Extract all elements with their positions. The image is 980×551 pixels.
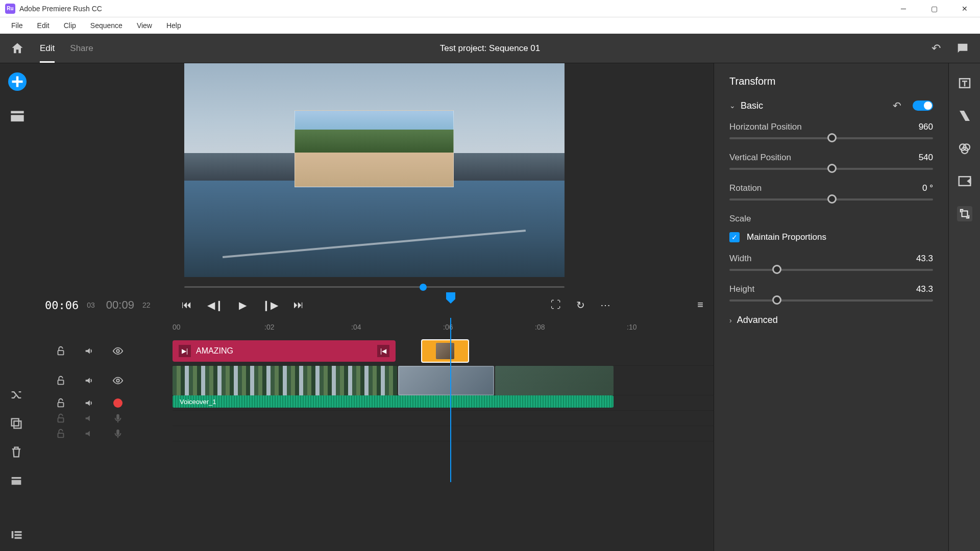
close-button[interactable]: ✕	[949, 0, 980, 17]
title-clip[interactable]: ▶| AMAZING |◀	[173, 340, 396, 362]
shuffle-icon[interactable]	[9, 388, 23, 402]
ruler-tick: :08	[535, 323, 545, 331]
height-slider[interactable]	[729, 299, 933, 302]
goto-end-button[interactable]: ⏭	[293, 299, 304, 311]
width-slider[interactable]	[729, 269, 933, 271]
rotation-value[interactable]: 0 °	[922, 183, 933, 193]
width-value[interactable]: 43.3	[916, 254, 933, 264]
tab-share[interactable]: Share	[70, 35, 93, 62]
more-options-button[interactable]: ⋯	[600, 299, 610, 311]
delete-icon[interactable]	[9, 445, 23, 459]
loop-button[interactable]: ↻	[576, 299, 585, 311]
svg-rect-17	[14, 421, 21, 428]
svg-point-3	[116, 349, 119, 353]
duplicate-icon[interactable]	[9, 416, 23, 431]
ruler-tick: :10	[627, 323, 636, 331]
mute-track-icon[interactable]	[84, 428, 95, 439]
project-title: Test project: Sequence 01	[440, 43, 541, 54]
menu-edit[interactable]: Edit	[30, 18, 57, 33]
lock-track-icon[interactable]	[55, 345, 66, 357]
svg-rect-0	[11, 111, 23, 114]
ruler-tick: :04	[351, 323, 361, 331]
ruler-tick: :02	[264, 323, 274, 331]
visibility-track-icon[interactable]	[112, 345, 124, 357]
advanced-section-header[interactable]: › Advanced	[729, 315, 933, 325]
menu-help[interactable]: Help	[159, 18, 188, 33]
menu-sequence[interactable]: Sequence	[83, 18, 130, 33]
transport-bar: 00:06 03 00:09 22 ⏮ ◀❙ ▶ ❙▶ ⏭ ⛶ ↻ ⋯	[35, 292, 714, 318]
selected-pip-clip[interactable]	[421, 339, 469, 363]
tab-edit[interactable]: Edit	[40, 35, 55, 62]
panel-title: Transform	[729, 76, 933, 87]
minimize-button[interactable]: ─	[888, 0, 919, 17]
feedback-button[interactable]	[955, 41, 970, 56]
ruler-tick: 00	[173, 323, 181, 331]
menu-file[interactable]: File	[4, 18, 30, 33]
preview-scrubber[interactable]	[184, 282, 565, 292]
svg-rect-23	[15, 534, 22, 536]
svg-rect-9	[58, 433, 64, 437]
transform-tool-icon[interactable]	[957, 206, 972, 221]
mute-track-icon[interactable]	[84, 375, 95, 386]
control-track-view-icon[interactable]	[9, 528, 23, 542]
undo-button[interactable]: ↶	[929, 41, 943, 56]
mute-track-icon[interactable]	[84, 345, 95, 357]
scale-subsection-label: Scale	[729, 214, 933, 224]
play-button[interactable]: ▶	[239, 299, 247, 311]
voiceover-clip[interactable]: Voiceover_1	[173, 395, 614, 408]
vpos-value[interactable]: 540	[919, 153, 933, 163]
expand-tracks-icon[interactable]	[9, 473, 23, 488]
advanced-section-title: Advanced	[737, 315, 933, 325]
step-forward-button[interactable]: ❙▶	[262, 299, 278, 311]
basic-toggle[interactable]	[913, 101, 933, 111]
width-label: Width	[729, 254, 751, 264]
lock-track-icon[interactable]	[55, 397, 66, 409]
rotation-label: Rotation	[729, 183, 762, 193]
timeline-ruler[interactable]: 00 :02 :04 :06 :08 :10	[35, 318, 714, 336]
preview-monitor[interactable]	[184, 63, 565, 277]
voiceover-label: Voiceover_1	[180, 398, 216, 406]
video-clip-1[interactable]	[173, 366, 397, 395]
basic-section-header[interactable]: ⌄ Basic ↶	[729, 99, 933, 112]
title-out-icon: |◀	[377, 345, 389, 357]
track-row-video	[173, 366, 714, 395]
timeline-tracks[interactable]: ▶| AMAZING |◀	[173, 336, 714, 441]
maximize-button[interactable]: ▢	[919, 0, 949, 17]
fullscreen-button[interactable]: ⛶	[551, 299, 561, 311]
goto-start-button[interactable]: ⏮	[182, 299, 192, 311]
mute-track-icon[interactable]	[84, 397, 95, 409]
step-back-button[interactable]: ◀❙	[207, 299, 224, 311]
mic-icon[interactable]	[112, 428, 124, 439]
lock-track-icon[interactable]	[55, 413, 66, 424]
video-clip-3[interactable]	[495, 366, 614, 395]
chevron-down-icon: ⌄	[729, 102, 736, 110]
record-button[interactable]	[112, 397, 124, 409]
video-clip-2[interactable]	[398, 366, 494, 395]
height-value[interactable]: 43.3	[916, 284, 933, 294]
picture-in-picture-overlay	[295, 110, 454, 187]
transitions-tool-icon[interactable]	[957, 108, 972, 123]
add-media-button[interactable]	[8, 72, 27, 91]
visibility-track-icon[interactable]	[112, 375, 124, 386]
audio-tool-icon[interactable]	[957, 173, 972, 189]
menu-view[interactable]: View	[130, 18, 159, 33]
app-topbar: Edit Share Test project: Sequence 01 ↶	[0, 34, 980, 63]
home-button[interactable]	[10, 41, 24, 56]
color-tool-icon[interactable]	[957, 141, 972, 156]
hpos-value[interactable]: 960	[919, 122, 933, 132]
maintain-proportions-checkbox[interactable]: ✓	[729, 232, 740, 242]
rotation-slider[interactable]	[729, 198, 933, 201]
titles-tool-icon[interactable]	[957, 76, 972, 91]
project-panel-button[interactable]	[8, 106, 27, 126]
mic-icon[interactable]	[112, 413, 124, 424]
reset-icon[interactable]: ↶	[893, 99, 901, 112]
lock-track-icon[interactable]	[55, 428, 66, 439]
duration-frames: 22	[142, 301, 151, 309]
timeline-options-button[interactable]: ≡	[697, 299, 703, 311]
lock-track-icon[interactable]	[55, 375, 66, 386]
menu-clip[interactable]: Clip	[57, 18, 83, 33]
current-time: 00:06	[45, 299, 79, 312]
mute-track-icon[interactable]	[84, 413, 95, 424]
hpos-slider[interactable]	[729, 137, 933, 139]
vpos-slider[interactable]	[729, 168, 933, 170]
